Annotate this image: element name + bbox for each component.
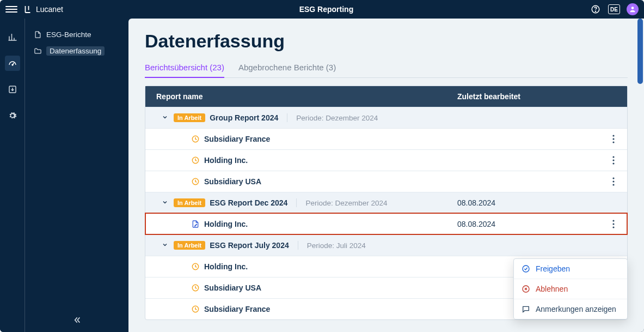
table-row[interactable]: Holding Inc.08.08.2024	[145, 213, 627, 234]
nav-rail	[0, 19, 25, 332]
status-badge: In Arbeit	[174, 198, 205, 207]
scrollbar[interactable]	[637, 19, 643, 84]
report-name: ESG Report July 2024	[210, 241, 289, 250]
report-name: Subsidiary France	[204, 305, 270, 313]
report-period: Periode: Dezember 2024	[296, 114, 378, 122]
clock-icon	[191, 135, 200, 143]
row-actions-button[interactable]	[600, 135, 627, 143]
menu-reject-button[interactable]: Ablehnen	[514, 279, 627, 299]
svg-point-14	[612, 177, 614, 179]
clock-icon	[191, 262, 200, 271]
language-switcher[interactable]: DE	[608, 4, 620, 14]
clock-icon	[191, 305, 200, 313]
menu-toggle-button[interactable]	[5, 3, 17, 15]
svg-point-32	[523, 265, 529, 272]
rail-export-icon[interactable]	[5, 82, 20, 97]
svg-point-16	[612, 184, 614, 185]
brand: Lucanet	[23, 4, 63, 14]
clock-icon	[191, 156, 200, 165]
folder-icon	[34, 47, 42, 55]
svg-point-3	[12, 64, 13, 65]
chevron-down-icon[interactable]	[161, 241, 169, 250]
svg-point-15	[612, 180, 614, 182]
svg-point-7	[612, 138, 614, 140]
row-context-menu: Freigeben Ablehnen Anmerkungen anzeigen	[513, 258, 628, 319]
sidebar-item-label: Datenerfassung	[46, 46, 105, 56]
report-date: 08.08.2024	[447, 198, 600, 207]
row-actions-button[interactable]	[600, 177, 627, 186]
rail-gauge-icon[interactable]	[5, 56, 20, 71]
collapse-sidebar-button[interactable]	[25, 316, 128, 324]
report-name: ESG Report Dec 2024	[210, 198, 287, 207]
report-name: Holding Inc.	[204, 220, 248, 228]
svg-point-8	[612, 141, 614, 143]
report-name: Group Report 2024	[210, 113, 278, 122]
col-header-date: Zuletzt bearbeitet	[447, 92, 600, 101]
chevron-down-icon[interactable]	[161, 113, 169, 122]
help-button[interactable]	[590, 3, 602, 15]
svg-point-10	[612, 156, 614, 158]
menu-approve-label: Freigeben	[536, 264, 570, 273]
table-row[interactable]: Subsidiary France	[145, 128, 627, 149]
report-name: Holding Inc.	[204, 262, 248, 271]
menu-notes-label: Anmerkungen anzeigen	[536, 305, 616, 313]
row-actions-button[interactable]	[600, 220, 627, 228]
svg-point-6	[612, 135, 614, 136]
user-avatar[interactable]	[627, 3, 639, 15]
col-header-name: Report name	[145, 92, 447, 101]
report-name: Subsidiary France	[204, 135, 270, 143]
brand-name: Lucanet	[36, 5, 63, 14]
page-title: Datenerfassung	[145, 31, 628, 52]
check-circle-icon	[522, 264, 530, 273]
row-actions-button[interactable]	[600, 156, 627, 165]
svg-point-12	[612, 162, 614, 164]
svg-point-19	[612, 226, 614, 228]
report-name: Subsidiary USA	[204, 283, 261, 292]
svg-point-2	[631, 7, 634, 9]
clock-icon	[191, 283, 200, 292]
comment-icon	[522, 305, 530, 313]
status-badge: In Arbeit	[174, 113, 205, 122]
status-badge: In Arbeit	[174, 241, 205, 250]
sidebar-item-reports[interactable]: ESG-Berichte	[29, 27, 124, 42]
table-row[interactable]: In ArbeitGroup Report 2024Periode: Dezem…	[145, 107, 627, 128]
table-row[interactable]: In ArbeitESG Report Dec 2024Periode: Dez…	[145, 192, 627, 213]
document-edit-icon	[191, 220, 200, 228]
report-name: Holding Inc.	[204, 156, 248, 165]
report-date: 08.08.2024	[447, 220, 600, 228]
report-period: Periode: Juli 2024	[307, 242, 366, 250]
x-circle-icon	[522, 285, 530, 293]
menu-approve-button[interactable]: Freigeben	[514, 259, 627, 279]
menu-reject-label: Ablehnen	[536, 285, 568, 293]
sidebar-item-datacollection[interactable]: Datenerfassung	[29, 43, 124, 59]
tabs: Berichtsübersicht (23) Abgebrochene Beri…	[145, 58, 628, 78]
table-row[interactable]: In ArbeitESG Report July 2024Periode: Ju…	[145, 234, 627, 256]
brand-logo-icon	[23, 4, 33, 14]
app-title: ESG Reporting	[63, 5, 590, 14]
table-row[interactable]: Subsidiary USA	[145, 171, 627, 192]
report-period: Periode: Dezember 2024	[305, 199, 387, 207]
clock-icon	[191, 177, 200, 186]
table-row[interactable]: Holding Inc.	[145, 149, 627, 171]
main-content: Datenerfassung Berichtsübersicht (23) Ab…	[128, 19, 644, 332]
sidebar-item-label: ESG-Berichte	[46, 31, 91, 39]
report-name: Subsidiary USA	[204, 177, 261, 186]
svg-point-18	[612, 223, 614, 225]
tab-overview[interactable]: Berichtsübersicht (23)	[145, 58, 224, 77]
svg-point-11	[612, 159, 614, 161]
menu-notes-button[interactable]: Anmerkungen anzeigen	[514, 299, 627, 319]
svg-point-1	[595, 11, 596, 11]
svg-point-17	[612, 220, 614, 221]
table-header: Report name Zuletzt bearbeitet	[145, 86, 627, 107]
file-icon	[34, 31, 42, 39]
chevron-down-icon[interactable]	[161, 198, 169, 207]
rail-chart-icon[interactable]	[5, 29, 20, 45]
tab-aborted[interactable]: Abgebrochene Berichte (3)	[238, 58, 336, 77]
rail-settings-icon[interactable]	[5, 108, 20, 123]
sidebar: ESG-Berichte Datenerfassung	[25, 19, 128, 332]
topbar: Lucanet ESG Reporting DE	[0, 0, 644, 19]
